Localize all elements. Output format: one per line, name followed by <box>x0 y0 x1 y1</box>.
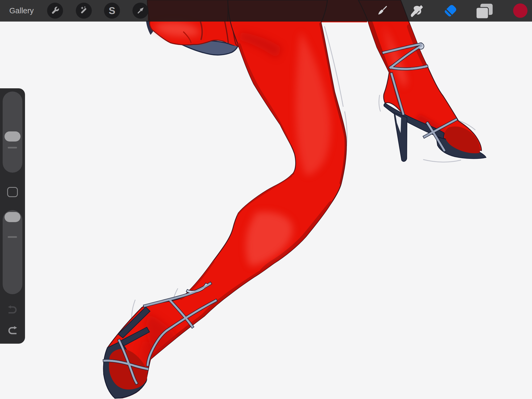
svg-text:Gallery: Gallery <box>9 6 34 15</box>
svg-text:S: S <box>109 5 115 16</box>
